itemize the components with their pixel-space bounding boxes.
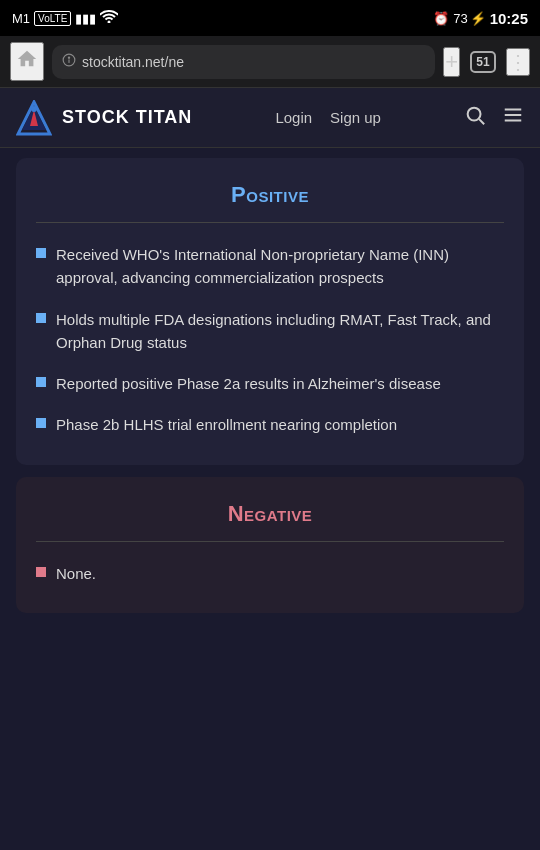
negative-title: Negative (36, 501, 504, 527)
positive-item-4: Phase 2b HLHS trial enrollment nearing c… (56, 413, 397, 436)
nav-icons (464, 104, 524, 131)
signup-link[interactable]: Sign up (330, 109, 381, 126)
battery-icon: ⚡ (470, 11, 486, 26)
alarm-icon: ⏰ (433, 11, 449, 26)
list-item: Holds multiple FDA designations includin… (36, 308, 504, 355)
negative-divider (36, 541, 504, 542)
hamburger-menu-button[interactable] (502, 104, 524, 131)
login-link[interactable]: Login (275, 109, 312, 126)
browser-menu-button[interactable]: ⋮ (506, 48, 530, 76)
list-item: Reported positive Phase 2a results in Al… (36, 372, 504, 395)
url-text: stocktitan.net/ne (82, 54, 184, 70)
positive-item-1: Received WHO's International Non-proprie… (56, 243, 504, 290)
svg-point-5 (31, 106, 37, 112)
signal-icon: ▮▮▮ (75, 11, 96, 26)
bullet-icon (36, 567, 46, 577)
bullet-icon (36, 313, 46, 323)
battery-percent: 73 (453, 11, 467, 26)
status-bar: M1 VoLTE ▮▮▮ ⏰ 73 ⚡ 10:25 (0, 0, 540, 36)
volte-badge: VoLTE (34, 11, 71, 26)
positive-section: Positive Received WHO's International No… (16, 158, 524, 465)
browser-chrome: stocktitan.net/ne + 51 ⋮ (0, 36, 540, 88)
search-button[interactable] (464, 104, 486, 131)
logo-text: STOCK TITAN (62, 107, 192, 128)
time-display: 10:25 (490, 10, 528, 27)
positive-item-2: Holds multiple FDA designations includin… (56, 308, 504, 355)
new-tab-button[interactable]: + (443, 47, 460, 77)
site-logo[interactable]: STOCK TITAN (16, 100, 192, 136)
svg-line-7 (479, 119, 484, 124)
list-item: None. (36, 562, 504, 585)
svg-point-1 (68, 57, 70, 59)
svg-point-6 (468, 108, 481, 121)
site-nav: Login Sign up (275, 109, 381, 126)
svg-rect-2 (68, 59, 69, 63)
list-item: Phase 2b HLHS trial enrollment nearing c… (36, 413, 504, 436)
bullet-icon (36, 418, 46, 428)
browser-actions: + 51 ⋮ (443, 47, 530, 77)
tabs-count-button[interactable]: 51 (470, 51, 496, 73)
positive-bullet-list: Received WHO's International Non-proprie… (36, 243, 504, 437)
status-left: M1 VoLTE ▮▮▮ (12, 10, 118, 26)
negative-bullet-list: None. (36, 562, 504, 585)
bullet-icon (36, 377, 46, 387)
positive-item-3: Reported positive Phase 2a results in Al… (56, 372, 441, 395)
browser-home-button[interactable] (10, 42, 44, 81)
negative-section: Negative None. (16, 477, 524, 613)
battery-indicator: 73 ⚡ (453, 11, 485, 26)
url-security-icon (62, 53, 76, 70)
negative-item-1: None. (56, 562, 96, 585)
positive-divider (36, 222, 504, 223)
status-right: ⏰ 73 ⚡ 10:25 (433, 10, 528, 27)
main-content: Positive Received WHO's International No… (0, 158, 540, 645)
list-item: Received WHO's International Non-proprie… (36, 243, 504, 290)
logo-icon (16, 100, 52, 136)
positive-title: Positive (36, 182, 504, 208)
wifi-icon (100, 10, 118, 26)
bullet-icon (36, 248, 46, 258)
browser-url-bar[interactable]: stocktitan.net/ne (52, 45, 435, 79)
carrier-label: M1 (12, 11, 30, 26)
site-header: STOCK TITAN Login Sign up (0, 88, 540, 148)
